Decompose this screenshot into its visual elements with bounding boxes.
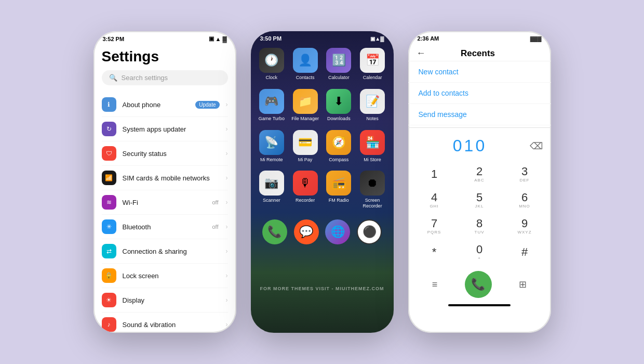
- key-7[interactable]: 7 PQRS: [412, 214, 457, 239]
- settings-item-security[interactable]: 🛡 Security status ›: [102, 141, 228, 166]
- sim-chevron: ›: [226, 174, 228, 181]
- security-icon: 🛡: [102, 146, 116, 161]
- settings-item-sim[interactable]: 📶 SIM cards & mobile networks ›: [102, 166, 228, 190]
- dial-display: 010 ⌫: [408, 130, 551, 160]
- settings-item-lockscreen[interactable]: 🔒 Lock screen ›: [102, 264, 228, 288]
- settings-item-connection[interactable]: ⇄ Connection & sharing ›: [102, 239, 228, 264]
- app-contacts[interactable]: 👤 Contacts: [290, 48, 320, 81]
- calendar-label: Calendar: [363, 75, 382, 81]
- recorder-icon: 🎙: [293, 171, 318, 196]
- key-hash[interactable]: #: [503, 240, 547, 265]
- dock-messages[interactable]: 💬: [294, 219, 319, 244]
- menu-icon[interactable]: ≡: [432, 279, 438, 290]
- app-compass[interactable]: 🧭 Compass: [324, 130, 354, 163]
- sound-label: Sound & vibration: [123, 321, 220, 329]
- contacts-label: Contacts: [296, 75, 315, 81]
- wifi-status: off: [212, 199, 218, 205]
- dial-number: 010: [417, 136, 524, 155]
- dialer-content: 2:36 AM ▓▓▓ ← Recents New contact Add to…: [408, 31, 551, 309]
- home-indicator: [448, 304, 511, 306]
- app-notes[interactable]: 📝 Notes: [358, 89, 387, 122]
- app-mi-pay[interactable]: 💳 Mi Pay: [290, 130, 320, 163]
- mi-remote-icon: 📡: [259, 130, 284, 155]
- key-3-letters: DEF: [520, 178, 530, 183]
- phone-dialer: 2:36 AM ▓▓▓ ← Recents New contact Add to…: [408, 31, 551, 333]
- key-star[interactable]: *: [412, 240, 457, 265]
- phone-home: 3:50 PM ▣▲▓ 🕐 Clock 👤 Contacts 🔢 Calcula…: [251, 31, 394, 333]
- system-label: System apps updater: [123, 125, 220, 133]
- connection-icon: ⇄: [102, 244, 116, 258]
- key-4[interactable]: 4 GHI: [412, 188, 457, 213]
- settings-item-display[interactable]: ☀ Display ›: [102, 288, 228, 313]
- app-calendar[interactable]: 📅 Calendar: [358, 48, 387, 81]
- about-chevron: ›: [226, 101, 228, 108]
- key-6[interactable]: 6 MNO: [503, 188, 547, 213]
- dock-browser[interactable]: 🌐: [325, 219, 350, 244]
- settings-item-about[interactable]: ℹ About phone Update ›: [102, 93, 228, 117]
- phones-container: 3:52 PM ▣ ▲ ▓ Settings 🔍 Search settings…: [93, 31, 551, 333]
- display-label: Display: [123, 296, 220, 304]
- app-recorder[interactable]: 🎙 Recorder: [290, 171, 320, 209]
- dial-bottom: ≡ 📞 ⊞: [408, 267, 551, 302]
- calendar-icon: 📅: [360, 48, 385, 73]
- key-0[interactable]: 0 +: [458, 240, 502, 265]
- key-1-num: 1: [431, 168, 437, 180]
- app-mi-remote[interactable]: 📡 Mi Remote: [257, 130, 287, 163]
- key-7-num: 7: [431, 218, 437, 229]
- key-9-letters: WXYZ: [517, 230, 531, 235]
- settings-item-wifi[interactable]: ≋ Wi-Fi off ›: [102, 190, 228, 215]
- app-fm-radio[interactable]: 📻 FM Radio: [324, 171, 354, 209]
- mi-store-label: Mi Store: [364, 157, 381, 163]
- contacts-icon: 👤: [293, 48, 318, 73]
- lockscreen-icon: 🔒: [102, 268, 116, 283]
- search-bar[interactable]: 🔍 Search settings: [102, 70, 228, 85]
- backspace-button[interactable]: ⌫: [530, 140, 543, 152]
- app-screen-recorder[interactable]: ⏺ Screen Recorder: [358, 171, 387, 209]
- key-0-letters: +: [478, 256, 481, 261]
- notes-icon: 📝: [360, 89, 385, 114]
- status-bar-3: 2:36 AM ▓▓▓: [408, 31, 551, 44]
- dock-phone[interactable]: 📞: [262, 219, 287, 244]
- settings-item-bluetooth[interactable]: ✳ Bluetooth off ›: [102, 215, 228, 239]
- dock-camera[interactable]: ⚫: [357, 219, 382, 244]
- key-6-num: 6: [521, 192, 528, 203]
- app-grid-row3: 📡 Mi Remote 💳 Mi Pay 🧭 Compass 🏪 Mi Stor…: [251, 126, 394, 167]
- bluetooth-label: Bluetooth: [123, 223, 206, 231]
- app-calculator[interactable]: 🔢 Calculator: [324, 48, 354, 81]
- settings-item-sound[interactable]: ♪ Sound & vibration ›: [102, 313, 228, 333]
- divider: [408, 127, 551, 128]
- battery-icon: ▓: [222, 36, 226, 42]
- connection-label: Connection & sharing: [123, 248, 220, 255]
- key-0-num: 0: [476, 244, 482, 255]
- sim-icon: 📶: [102, 171, 116, 185]
- app-downloads[interactable]: ⬇ Downloads: [324, 89, 354, 122]
- key-2[interactable]: 2 ABC: [458, 162, 502, 187]
- bluetooth-status: off: [212, 224, 218, 230]
- call-button[interactable]: 📞: [465, 271, 492, 298]
- add-contacts-option[interactable]: Add to contacts: [408, 83, 551, 104]
- settings-item-system[interactable]: ↻ System apps updater ›: [102, 117, 228, 141]
- key-2-num: 2: [476, 166, 482, 177]
- back-button[interactable]: ←: [417, 48, 426, 59]
- key-9[interactable]: 9 WXYZ: [503, 214, 547, 239]
- status-time-1: 3:52 PM: [103, 36, 125, 42]
- key-5[interactable]: 5 JKL: [458, 188, 502, 213]
- app-file-manager[interactable]: 📁 File Manager: [290, 89, 320, 122]
- app-mi-store[interactable]: 🏪 Mi Store: [358, 130, 387, 163]
- app-clock[interactable]: 🕐 Clock: [257, 48, 287, 81]
- key-star-num: *: [432, 246, 437, 258]
- key-2-letters: ABC: [474, 178, 484, 183]
- calculator-icon: 🔢: [326, 48, 351, 73]
- send-message-option[interactable]: Send message: [408, 104, 551, 125]
- key-8[interactable]: 8 TUV: [458, 214, 502, 239]
- key-3[interactable]: 3 DEF: [503, 162, 547, 187]
- game-turbo-icon: 🎮: [259, 89, 284, 114]
- app-game-turbo[interactable]: 🎮 Game Turbo: [257, 89, 287, 122]
- clock-icon: 🕐: [259, 48, 284, 73]
- app-scanner[interactable]: 📷 Scanner: [257, 171, 287, 209]
- key-1[interactable]: 1: [412, 162, 457, 187]
- phone-settings: 3:52 PM ▣ ▲ ▓ Settings 🔍 Search settings…: [93, 31, 236, 333]
- wifi-chevron: ›: [226, 199, 228, 206]
- new-contact-option[interactable]: New contact: [408, 61, 551, 83]
- grid-icon[interactable]: ⊞: [519, 279, 527, 290]
